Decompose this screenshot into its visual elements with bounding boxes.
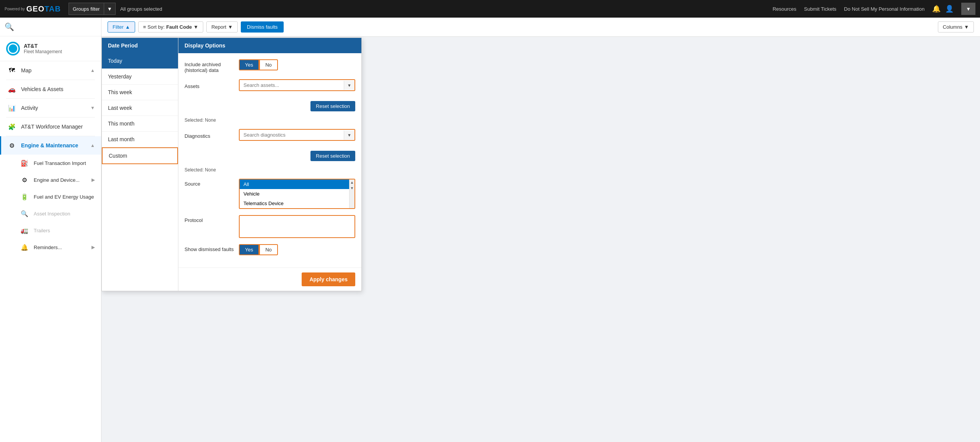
sidebar-item-vehicles[interactable]: 🚗 Vehicles & Assets (0, 80, 101, 98)
assets-label: Assets (185, 81, 234, 89)
main-layout: 🔍 AT&T Fleet Management 🗺 Map ▲ 🚗 Vehicl… (0, 18, 980, 442)
filter-button[interactable]: Filter ▲ (108, 21, 135, 33)
protocol-box[interactable] (239, 215, 355, 238)
date-option-last-week[interactable]: Last week (102, 100, 178, 116)
att-logo-inner (8, 43, 18, 54)
sidebar-item-engine-device[interactable]: ⚙ Engine and Device... ▶ (0, 171, 101, 188)
sidebar-item-fuel-import-label: Fuel Transaction Import (34, 160, 95, 166)
columns-button[interactable]: Columns ▼ (938, 21, 974, 33)
sidebar-item-fuel-ev[interactable]: 🔋 Fuel and EV Energy Usage (0, 188, 101, 205)
sidebar-item-fuel-import[interactable]: ⛽ Fuel Transaction Import (0, 155, 101, 171)
source-scrollbar: All Vehicle Telematics Device ▲ ▼ (240, 179, 354, 208)
user-icon[interactable]: 👤 (945, 5, 954, 13)
diagnostics-dropdown-arrow[interactable]: ▼ (344, 130, 354, 140)
groups-filter-dropdown-button[interactable]: ▼ (104, 3, 116, 15)
date-option-last-month[interactable]: Last month (102, 132, 178, 147)
sidebar-item-activity[interactable]: 📊 Activity ▼ (0, 99, 101, 117)
sidebar-item-asset-inspection-label: Asset Inspection (34, 211, 95, 217)
source-option-all[interactable]: All (240, 179, 349, 189)
source-select: All Vehicle Telematics Device ▲ ▼ (239, 179, 355, 209)
sidebar-item-vehicles-label: Vehicles & Assets (21, 86, 95, 92)
show-dismissed-row: Show dismissed faults Yes No (185, 244, 355, 255)
assets-control: ▼ (239, 79, 355, 91)
sort-by-label: Sort by: (147, 24, 165, 30)
chevron-up-icon-engine: ▲ (90, 143, 95, 148)
do-not-sell-link[interactable]: Do Not Sell My Personal Information (844, 6, 924, 12)
diagnostics-search-dropdown: ▼ (239, 129, 355, 141)
vehicles-icon: 🚗 (7, 85, 16, 94)
fuel-ev-icon: 🔋 (20, 192, 29, 201)
archived-yes-button[interactable]: Yes (239, 59, 259, 70)
att-logo (6, 42, 20, 55)
date-option-today[interactable]: Today (102, 53, 178, 69)
sidebar-item-map-label: Map (21, 67, 90, 73)
sidebar: 🔍 AT&T Fleet Management 🗺 Map ▲ 🚗 Vehicl… (0, 18, 101, 442)
archived-no-button[interactable]: No (259, 59, 278, 70)
submit-tickets-link[interactable]: Submit Tickets (804, 6, 836, 12)
notification-icon[interactable]: 🔔 (932, 5, 941, 13)
fuel-import-icon: ⛽ (20, 158, 29, 168)
groups-filter-button[interactable]: Groups filter (69, 3, 104, 15)
source-option-telematics[interactable]: Telematics Device (240, 199, 349, 208)
sidebar-item-reminders[interactable]: 🔔 Reminders... ▶ (0, 239, 101, 256)
report-button[interactable]: Report ▼ (206, 21, 238, 33)
dismissed-yes-button[interactable]: Yes (239, 244, 259, 255)
sidebar-item-workforce-label: AT&T Workforce Manager (21, 124, 95, 130)
assets-reset-button[interactable]: Reset selection (310, 101, 355, 111)
diagnostics-control: ▼ (239, 129, 355, 141)
sidebar-item-engine-device-label: Engine and Device... (34, 177, 91, 183)
powered-by-text: Powered by (5, 7, 25, 11)
search-icon[interactable]: 🔍 (5, 23, 14, 31)
display-options-body: Include archived (historical) data Yes N… (178, 53, 361, 267)
assets-dropdown-arrow[interactable]: ▼ (344, 81, 354, 90)
dismissed-no-button[interactable]: No (259, 244, 278, 255)
chevron-down-icon: ▼ (90, 105, 95, 111)
date-period-header: Date Period (102, 38, 178, 53)
protocol-control (239, 215, 355, 238)
resources-link[interactable]: Resources (773, 6, 796, 12)
source-option-vehicle[interactable]: Vehicle (240, 189, 349, 199)
show-dismissed-label: Show dismissed faults (185, 244, 234, 252)
columns-chevron-icon: ▼ (964, 24, 969, 30)
top-nav-icons: 🔔 👤 (932, 5, 954, 13)
all-groups-label: All groups selected (120, 6, 162, 12)
show-dismissed-yes-no-group: Yes No (239, 244, 355, 255)
assets-search-input[interactable] (240, 80, 344, 90)
top-navigation: Powered by GEOTAB Groups filter ▼ All gr… (0, 0, 980, 18)
user-menu[interactable]: ▼ (961, 3, 975, 15)
sort-lines-icon: ≡ (143, 24, 146, 30)
trailers-icon: 🚛 (20, 226, 29, 235)
sidebar-item-asset-inspection[interactable]: 🔍 Asset Inspection (0, 205, 101, 222)
sidebar-item-engine[interactable]: ⚙ Engine & Maintenance ▲ (0, 136, 101, 155)
chevron-up-icon: ▲ (90, 68, 95, 73)
archived-yes-no-group: Yes No (239, 59, 355, 70)
archived-data-label: Include archived (historical) data (185, 59, 234, 73)
date-option-this-week[interactable]: This week (102, 85, 178, 100)
sidebar-brand-sub: Fleet Management (24, 49, 62, 54)
logo-section: Powered by GEOTAB (5, 5, 61, 13)
sidebar-logo-section: AT&T Fleet Management (0, 36, 101, 61)
dismiss-faults-button[interactable]: Dismiss faults (241, 21, 284, 33)
show-dismissed-control: Yes No (239, 244, 355, 255)
sidebar-item-trailers[interactable]: 🚛 Trailers (0, 222, 101, 239)
apply-changes-button[interactable]: Apply changes (302, 272, 355, 286)
sidebar-item-trailers-label: Trailers (34, 228, 95, 233)
diagnostics-reset-button[interactable]: Reset selection (310, 151, 355, 161)
date-option-custom[interactable]: Custom (102, 147, 178, 164)
sort-button[interactable]: ≡ Sort by: Fault Code ▼ (138, 21, 203, 33)
date-option-this-month[interactable]: This month (102, 116, 178, 132)
display-options-column: Display Options Include archived (histor… (178, 38, 361, 291)
date-option-yesterday[interactable]: Yesterday (102, 69, 178, 85)
columns-label: Columns (943, 24, 962, 30)
scroll-up-icon[interactable]: ▲ (350, 179, 355, 185)
filter-panel: Date Period Today Yesterday This week La… (101, 38, 362, 291)
sidebar-item-workforce[interactable]: 🧩 AT&T Workforce Manager (0, 117, 101, 136)
sidebar-item-reminders-label: Reminders... (34, 245, 91, 250)
sidebar-item-map[interactable]: 🗺 Map ▲ (0, 61, 101, 80)
sidebar-item-engine-label: Engine & Maintenance (21, 142, 90, 148)
sidebar-search-section: 🔍 (0, 18, 101, 36)
display-options-header: Display Options (178, 38, 361, 53)
diagnostics-search-input[interactable] (240, 130, 344, 140)
scroll-down-icon[interactable]: ▼ (350, 185, 355, 191)
top-nav-right: Resources Submit Tickets Do Not Sell My … (773, 3, 975, 15)
